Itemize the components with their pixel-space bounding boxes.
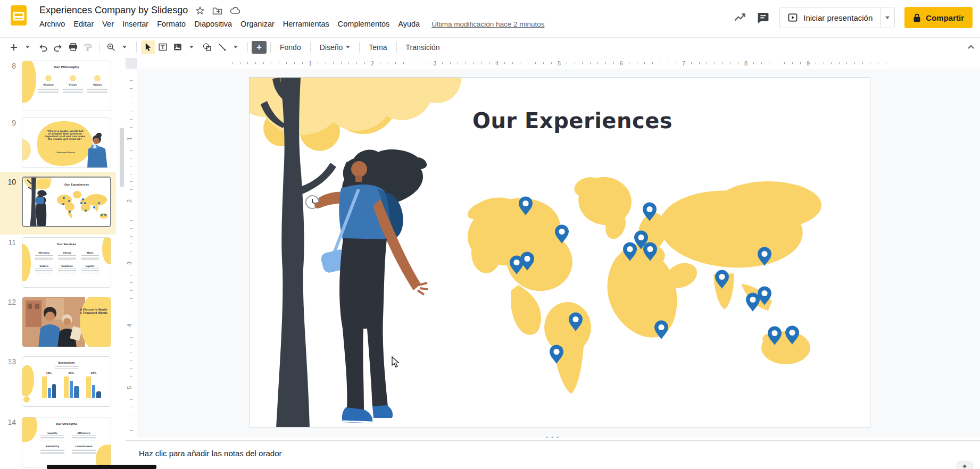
menu-bar: ArchivoEditarVerInsertarFormatoDiapositi… <box>35 18 545 30</box>
slide-12-thumbnail[interactable]: A Picture Is Worth a Thousand Words <box>22 297 111 347</box>
speaker-notes-placeholder[interactable]: Haz clic para añadir las notas del orado… <box>126 441 980 458</box>
menu-ver[interactable]: Ver <box>98 18 118 30</box>
background-button[interactable]: Fondo <box>275 41 306 54</box>
hruler-number: 1 <box>309 60 312 66</box>
menu-insertar[interactable]: Insertar <box>118 18 153 30</box>
insert-placeholder-button[interactable]: + <box>252 41 267 54</box>
new-slide-caret[interactable] <box>21 40 35 54</box>
traveler-illustration[interactable] <box>306 149 428 423</box>
filmstrip-slide-13[interactable]: 13 Bestsellers 10% 25% 20% <box>0 356 116 413</box>
insert-line-caret[interactable] <box>229 40 243 54</box>
slide-11-thumbnail[interactable]: Our Services Mercury Venus Mars Saturn N… <box>22 237 111 288</box>
vruler-number: 1 <box>126 137 132 140</box>
vruler-number: 2 <box>126 199 132 203</box>
layout-button[interactable]: Diseño <box>314 41 356 54</box>
collapse-toolbar-icon[interactable] <box>967 42 975 52</box>
star-icon[interactable] <box>195 6 205 15</box>
present-label: Iniciar presentación <box>803 13 873 22</box>
menu-ayuda[interactable]: Ayuda <box>394 18 424 30</box>
slide-number: 9 <box>4 119 16 127</box>
hruler-number: 5 <box>558 60 561 66</box>
present-split-button: Iniciar presentación <box>779 7 895 28</box>
slide-number: 8 <box>4 62 16 70</box>
current-slide[interactable]: Our Experiences <box>249 77 870 428</box>
filmstrip-slide-10[interactable]: 10 <box>0 177 116 233</box>
slide-13-thumbnail[interactable]: Bestsellers 10% 25% 20% <box>22 356 111 407</box>
cloud-saved-icon[interactable] <box>230 6 240 14</box>
filmstrip-slide-12[interactable]: 12 A Picture Is Worth a Thousand Words <box>0 297 116 354</box>
print-button[interactable] <box>66 40 80 54</box>
google-slides-logo[interactable] <box>7 4 30 27</box>
explore-button[interactable]: ✦ <box>957 462 973 469</box>
filmstrip-slide-8[interactable]: 8 Our Philosophy Mission Vision Values <box>0 61 116 118</box>
undo-button[interactable] <box>36 40 50 54</box>
vruler-number: 4 <box>126 324 132 327</box>
present-options-caret[interactable] <box>880 7 894 28</box>
hruler-number: 9 <box>807 60 810 66</box>
insert-image-caret[interactable] <box>185 40 198 54</box>
slide-number: 12 <box>4 298 16 306</box>
select-tool-button[interactable] <box>141 40 155 54</box>
last-modified-link[interactable]: Última modificación hace 2 minutos <box>431 20 544 28</box>
mouse-cursor <box>392 356 400 368</box>
slide-9-thumbnail[interactable]: "This is a quote, words full of wisdom t… <box>22 118 111 168</box>
hruler-number: 2 <box>371 60 374 66</box>
filmstrip-slide-14[interactable]: 14 Our Strengths Loyalty Efficiency Reli… <box>0 417 116 469</box>
menu-formato[interactable]: Formato <box>153 18 190 30</box>
bottom-scrollbar-thumb[interactable] <box>47 465 156 469</box>
move-folder-icon[interactable] <box>212 6 222 15</box>
world-map[interactable] <box>461 173 821 394</box>
horizontal-ruler[interactable]: 123456789 <box>137 58 980 69</box>
activity-dashboard-icon[interactable] <box>733 11 747 24</box>
slide-number: 13 <box>4 357 16 366</box>
slide-8-thumbnail[interactable]: Our Philosophy Mission Vision Values <box>22 61 111 111</box>
vertical-ruler[interactable]: 12345 <box>126 69 137 437</box>
slide-10-thumbnail[interactable]: Our Experiences <box>22 177 111 227</box>
share-button[interactable]: Compartir <box>904 7 973 28</box>
insert-line-button[interactable] <box>215 40 229 54</box>
canvas-area: 123456789 12345 <box>126 56 980 469</box>
menu-diapositiva[interactable]: Diapositiva <box>190 18 236 30</box>
filmstrip-slide-11[interactable]: 11 Our Services Mercury Venus Mars Satur… <box>0 237 116 294</box>
transition-button[interactable]: Transición <box>401 41 445 54</box>
slide-14-thumbnail[interactable]: Our Strengths Loyalty Efficiency Reliabi… <box>22 417 111 467</box>
hruler-number: 7 <box>682 60 685 66</box>
notes-splitter-handle[interactable]: • • • <box>126 436 980 440</box>
new-slide-button[interactable] <box>7 40 21 54</box>
present-button[interactable]: Iniciar presentación <box>780 7 880 28</box>
menu-herramientas[interactable]: Herramientas <box>279 18 334 30</box>
text-box-button[interactable] <box>156 40 170 54</box>
redo-button[interactable] <box>51 40 65 54</box>
filmstrip-scrollbar-thumb[interactable] <box>120 128 124 187</box>
slide-number: 11 <box>4 238 16 247</box>
share-label: Compartir <box>926 13 964 22</box>
document-title[interactable]: Experiences Company by Slidesgo <box>39 5 188 16</box>
filmstrip-slide-9[interactable]: 9 "This is a quote, words full of wisdom… <box>0 118 116 174</box>
filmstrip-scrollbar[interactable] <box>118 56 126 469</box>
comments-icon[interactable] <box>757 11 770 24</box>
map-pin[interactable] <box>746 293 760 312</box>
toolbar: + Fondo Diseño Tema Transición <box>0 37 980 56</box>
hruler-number: 4 <box>495 60 499 66</box>
menu-editar[interactable]: Editar <box>69 18 98 30</box>
ruler-corner <box>126 58 137 69</box>
zoom-button[interactable] <box>104 40 118 54</box>
mini-quote: "This is a quote, words full of wisdom t… <box>45 130 85 140</box>
speaker-notes-panel[interactable]: Haz clic para añadir las notas del orado… <box>126 440 980 469</box>
vruler-number: 5 <box>126 386 132 389</box>
hruler-number: 8 <box>744 60 748 66</box>
slide-number: 10 <box>4 178 16 186</box>
lock-icon <box>913 13 921 22</box>
menu-organizar[interactable]: Organizar <box>236 18 279 30</box>
menu-archivo[interactable]: Archivo <box>35 18 69 30</box>
slide-title[interactable]: Our Experiences <box>469 108 676 133</box>
menu-complementos[interactable]: Complementos <box>334 18 394 30</box>
insert-shape-button[interactable] <box>200 40 214 54</box>
insert-image-button[interactable] <box>171 40 185 54</box>
theme-button[interactable]: Tema <box>363 41 392 54</box>
slide-canvas-viewport[interactable]: Our Experiences <box>137 69 980 437</box>
pants <box>339 238 388 411</box>
paint-format-button[interactable] <box>81 40 95 54</box>
hruler-number: 6 <box>620 60 623 66</box>
zoom-caret[interactable] <box>118 40 131 54</box>
